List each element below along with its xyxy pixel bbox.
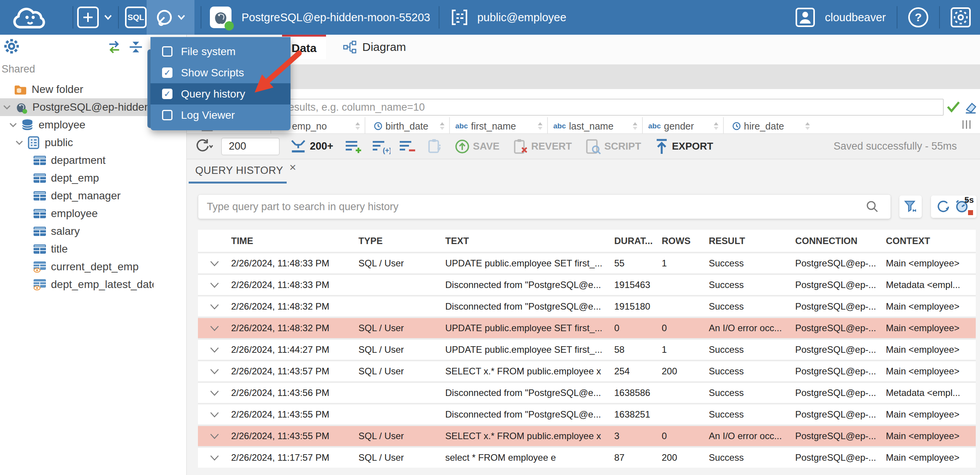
sort-icon[interactable] [355, 121, 361, 131]
tree-item[interactable]: salary [0, 222, 154, 240]
col-type[interactable]: TYPE [358, 236, 445, 246]
export-label[interactable]: EXPORT [672, 140, 713, 152]
chevron-down-icon[interactable] [15, 140, 24, 145]
menu-item[interactable]: File system [150, 41, 291, 62]
sql-editor-button[interactable]: SQL [125, 7, 147, 28]
expand-chevron-icon[interactable] [198, 369, 231, 374]
revert-label[interactable]: REVERT [531, 140, 572, 152]
query-history-row[interactable]: 2/26/2024, 11:48:32 PM SQL / User UPDATE… [198, 317, 976, 338]
expand-chevron-icon[interactable] [198, 455, 231, 461]
revert-button[interactable] [513, 138, 528, 155]
save-button[interactable] [455, 139, 470, 154]
menu-item[interactable]: Log Viewer [150, 104, 291, 126]
menu-item[interactable]: ✓ Show Scripts [150, 62, 291, 83]
expand-chevron-icon[interactable] [198, 433, 231, 439]
script-button[interactable] [585, 138, 601, 155]
tab-query-history[interactable]: QUERY HISTORY × [189, 159, 287, 182]
query-history-row[interactable]: 2/26/2024, 11:48:33 PM SQL / User UPDATE… [198, 252, 976, 273]
grid-column-header[interactable]: birth_date [365, 117, 449, 133]
sort-icon[interactable] [713, 121, 719, 131]
save-label[interactable]: SAVE [473, 140, 500, 152]
query-history-row[interactable]: 2/26/2024, 11:43:56 PM Disconnected from… [198, 381, 976, 403]
user-menu[interactable]: cloudbeaver [795, 7, 886, 28]
sync-connection-icon[interactable] [106, 40, 122, 54]
expand-chevron-icon[interactable] [198, 304, 231, 310]
checkbox-icon[interactable]: ✓ [162, 67, 172, 78]
tree-item[interactable]: dept_emp [0, 169, 154, 187]
grid-column-header[interactable]: abc last_name [547, 117, 642, 133]
col-context[interactable]: CONTEXT [886, 236, 976, 246]
tree-item[interactable]: current_dept_emp [0, 258, 154, 276]
duplicate-disabled-button[interactable] [427, 138, 443, 155]
connection-selector[interactable]: PostgreSQL@ep-hidden-moon-55203 [210, 7, 430, 28]
col-rows[interactable]: ROWS [662, 236, 709, 246]
query-history-row[interactable]: 2/26/2024, 11:44:27 PM SQL / User UPDATE… [198, 338, 976, 360]
close-icon[interactable]: × [289, 161, 296, 174]
query-history-filter-button[interactable] [899, 195, 922, 218]
chevron-down-icon[interactable] [2, 104, 12, 110]
query-history-search-input[interactable] [198, 194, 891, 219]
export-button[interactable] [654, 138, 669, 155]
grid-column-header[interactable]: abc first_name [449, 117, 547, 133]
column-settings-icon[interactable] [961, 120, 972, 130]
collapse-all-icon[interactable] [128, 40, 144, 54]
col-time[interactable]: TIME [231, 236, 358, 246]
col-connection[interactable]: CONNECTION [795, 236, 886, 246]
auto-refresh-timer-icon[interactable]: 5s [955, 198, 972, 215]
new-object-button[interactable] [77, 7, 113, 28]
tree-item[interactable]: dept_manager [0, 187, 154, 205]
expand-chevron-icon[interactable] [198, 325, 231, 331]
sort-icon[interactable] [439, 121, 445, 131]
fetch-more-label[interactable]: 200+ [310, 140, 333, 152]
refresh-button[interactable] [193, 138, 213, 155]
sort-icon[interactable] [632, 121, 638, 131]
query-history-row[interactable]: 2/26/2024, 11:43:55 PM SQL / User SELECT… [198, 424, 976, 446]
cloudbeaver-logo[interactable] [10, 4, 55, 31]
col-duration[interactable]: DURAT... [614, 236, 662, 246]
clear-filter-icon[interactable] [964, 101, 978, 114]
grid-column-header[interactable]: abc gender [642, 117, 723, 133]
sort-icon[interactable] [537, 121, 543, 131]
chevron-down-icon[interactable] [8, 122, 18, 128]
tree-item[interactable]: public [0, 134, 154, 152]
expand-chevron-icon[interactable] [198, 412, 231, 418]
query-history-row[interactable]: 2/26/2024, 11:43:55 PM Disconnected from… [198, 403, 976, 424]
sort-icon[interactable] [804, 121, 811, 131]
add-row-button[interactable] [345, 139, 363, 154]
sidebar-settings-icon[interactable] [3, 38, 20, 55]
settings-button[interactable] [950, 7, 972, 28]
refresh-icon[interactable] [935, 199, 951, 214]
menu-item[interactable]: ✓ Query history [150, 83, 291, 104]
query-history-row[interactable]: 2/26/2024, 11:43:57 PM SQL / User SELECT… [198, 360, 976, 381]
delete-row-button[interactable] [399, 139, 417, 154]
help-button[interactable]: ? [907, 7, 929, 28]
expand-chevron-icon[interactable] [198, 261, 231, 266]
expand-chevron-icon[interactable] [198, 390, 231, 396]
expand-chevron-icon[interactable] [198, 347, 231, 353]
apply-filter-icon[interactable] [946, 101, 960, 113]
query-history-row[interactable]: 2/26/2024, 11:48:32 PM Disconnected from… [198, 295, 976, 317]
duplicate-row-button[interactable]: (+) [372, 139, 390, 154]
schema-selector[interactable]: public@employee [451, 9, 566, 26]
tree-item[interactable]: employee [0, 205, 154, 222]
checkbox-icon[interactable] [162, 46, 172, 57]
col-result[interactable]: RESULT [709, 236, 795, 246]
filter-expression-input[interactable] [190, 99, 944, 116]
col-text[interactable]: TEXT [445, 236, 614, 246]
query-history-row[interactable]: 2/26/2024, 11:17:57 PM SQL / User select… [198, 446, 976, 468]
fetch-more-button[interactable] [290, 138, 307, 155]
tree-item[interactable]: PostgreSQL@ep-hidden-moon-55203 [0, 98, 154, 116]
tree-item[interactable]: dept_emp_latest_date [0, 276, 154, 293]
tree-item[interactable]: title [0, 240, 154, 258]
checkbox-icon[interactable] [162, 110, 172, 120]
grid-column-header[interactable]: hire_date [723, 117, 814, 133]
tree-item[interactable]: department [0, 152, 154, 169]
tree-item[interactable]: employee [0, 116, 154, 134]
tab-diagram[interactable]: Diagram [335, 35, 414, 59]
script-label[interactable]: SCRIPT [604, 140, 641, 152]
row-limit-input[interactable] [221, 138, 280, 155]
expand-chevron-icon[interactable] [198, 282, 231, 288]
checkbox-icon[interactable]: ✓ [162, 89, 172, 99]
tools-menu-button[interactable] [147, 0, 194, 35]
query-history-row[interactable]: 2/26/2024, 11:48:33 PM Disconnected from… [198, 273, 976, 295]
